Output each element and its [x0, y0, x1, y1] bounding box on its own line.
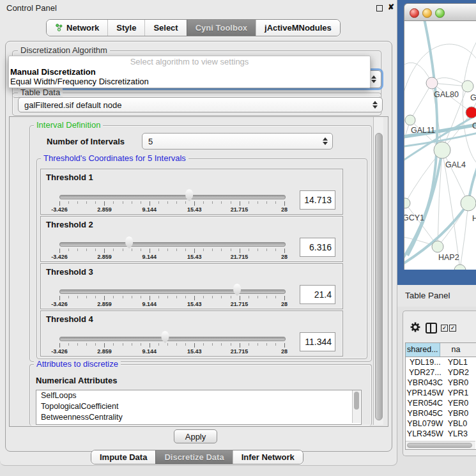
tab-network[interactable]: Network [47, 20, 107, 36]
cell-shared-name[interactable]: YBR045C [406, 408, 445, 418]
tab-jactivemnodules[interactable]: jActiveMNodules [256, 20, 340, 36]
group-title-table-data: Table Data [18, 88, 63, 97]
slider-tick-labels: -3.4262.8599.14415.4321.71528 [59, 254, 284, 260]
cell-name[interactable]: YDL1 [445, 357, 476, 367]
tick-label: 9.144 [142, 254, 157, 260]
attribute-list-item[interactable]: BetweennessCentrality [36, 412, 361, 423]
threshold-value-field[interactable]: 21.4 [300, 285, 335, 304]
slider-ticks [59, 249, 285, 253]
network-node-label: GAL4 [445, 160, 466, 169]
tab-infer-network[interactable]: Infer Network [233, 450, 303, 464]
slider-thumb[interactable] [233, 284, 242, 296]
network-node[interactable] [461, 196, 476, 211]
table-row[interactable]: YPR145WYPR1 [406, 388, 476, 398]
cell-shared-name[interactable]: YDR27... [406, 367, 445, 378]
close-icon[interactable]: ✘ [388, 3, 394, 12]
cell-shared-name[interactable]: YBR043C [406, 378, 445, 388]
close-traffic-light-icon[interactable] [410, 8, 419, 18]
attribute-list-item[interactable]: SelfLoops [36, 390, 361, 401]
gear-icon[interactable] [410, 322, 420, 332]
slider-tick-labels: -3.4262.8599.14415.4321.71528 [59, 348, 284, 355]
attribute-list-item[interactable]: TopologicalCoefficient [36, 401, 361, 412]
tick-label: 2.859 [97, 254, 112, 260]
network-node-label: HAP2 [438, 253, 459, 262]
tab-discretize-data[interactable]: Discretize Data [155, 450, 232, 464]
column-header-name[interactable]: na [440, 343, 476, 357]
algorithm-option[interactable]: Equal Width/Frequency Discretization [9, 77, 370, 86]
number-of-intervals-combo[interactable]: 5 [142, 133, 333, 150]
network-node[interactable] [462, 81, 473, 92]
tab-cyni-toolbox[interactable]: Cyni Toolbox [187, 20, 256, 36]
table-row[interactable]: YDL19...YDL1 [406, 357, 476, 367]
cell-shared-name[interactable]: YBL079W [406, 418, 445, 429]
cell-shared-name[interactable]: YDL19... [406, 357, 445, 367]
split-pane-icon[interactable] [426, 323, 437, 334]
tab-select[interactable]: Select [144, 20, 186, 36]
slider-tick-labels: -3.4262.8599.14415.4321.71528 [59, 301, 284, 307]
cell-shared-name[interactable]: YPR145W [406, 388, 445, 398]
network-canvas[interactable]: GAL80GACGAL11GAL4GCY1HHAP2 [404, 21, 476, 270]
table-row[interactable]: YBR043CYBR0 [406, 378, 476, 388]
algorithm-option[interactable]: Manual Discretization [9, 67, 370, 77]
cell-name[interactable]: YBR0 [445, 378, 476, 388]
tick-label: 15.43 [187, 254, 202, 260]
tab-label: Style [116, 23, 136, 33]
cell-shared-name[interactable]: YER054C [406, 398, 445, 408]
tick-label: 28 [281, 254, 288, 260]
cell-name[interactable]: YLR3 [445, 429, 476, 439]
network-node[interactable] [434, 142, 450, 158]
numerical-attributes-list[interactable]: SelfLoopsTopologicalCoefficientBetweenne… [36, 390, 362, 425]
tab-style[interactable]: Style [107, 20, 144, 36]
vertical-scrollbar[interactable] [373, 117, 383, 425]
cell-name[interactable]: YPR1 [445, 388, 476, 398]
list-scrollbar-thumb[interactable] [354, 392, 359, 410]
tab-impute-data[interactable]: Impute Data [91, 450, 155, 464]
network-node[interactable] [432, 241, 443, 252]
group-title-thresholds: Threshold's Coordinates for 5 Intervals [41, 153, 188, 163]
cell-name[interactable]: YDR2 [445, 367, 476, 378]
table-horizontal-scrollbar[interactable] [406, 441, 475, 449]
control-panel-window: Control Panel ✘ NetworkStyleSelectCyni T… [0, 0, 397, 466]
network-node[interactable] [426, 77, 438, 89]
tick-label: 28 [281, 348, 288, 355]
tick-label: 9.144 [142, 301, 157, 307]
minimize-traffic-light-icon[interactable] [422, 8, 432, 18]
cell-shared-name[interactable]: YLR345W [406, 429, 445, 439]
network-node[interactable] [466, 107, 476, 118]
network-node[interactable] [405, 115, 415, 125]
threshold-value-field[interactable]: 14.713 [300, 190, 335, 210]
cell-name[interactable]: YBR0 [445, 408, 476, 418]
table-row[interactable]: YBR045CYBR0 [406, 408, 476, 418]
threshold-value-field[interactable]: 11.344 [300, 332, 335, 351]
table-row[interactable]: YER054CYER0 [406, 398, 476, 408]
tick-label: -3.426 [51, 254, 68, 260]
cell-name[interactable]: YER0 [445, 398, 476, 408]
zoom-traffic-light-icon[interactable] [435, 8, 445, 18]
table-row[interactable]: YDR27...YDR2 [406, 367, 476, 378]
tick-label: 21.715 [231, 254, 249, 260]
column-header-shared-name[interactable]: shared... [406, 343, 440, 357]
scrollbar-thumb[interactable] [375, 133, 383, 420]
tick-label: -3.426 [51, 348, 68, 355]
float-window-icon[interactable] [376, 5, 383, 12]
cell-name[interactable]: YBL0 [445, 418, 476, 429]
apply-button[interactable]: Apply [174, 429, 217, 443]
table-row[interactable]: YLR345WYLR3 [406, 429, 476, 439]
network-node[interactable] [404, 198, 410, 208]
tick-label: 2.859 [97, 206, 112, 213]
list-scrollbar[interactable] [352, 390, 360, 423]
checkbox-icon[interactable]: ✓ [441, 325, 448, 332]
slider-thumb[interactable] [125, 236, 134, 249]
threshold-value-field[interactable]: 6.316 [300, 238, 335, 257]
table-scrollbar-thumb[interactable] [407, 443, 472, 448]
node-table: shared... na YDL19...YDL1YDR27...YDR2YBR… [405, 342, 476, 450]
network-node[interactable] [454, 265, 466, 270]
slider-thumb[interactable] [185, 189, 194, 201]
slider-thumb[interactable] [160, 331, 169, 343]
checkbox-icon[interactable]: ✓ [449, 325, 456, 332]
tick-label: 28 [281, 206, 288, 213]
group-title-attributes: Attributes to discretize [34, 359, 121, 369]
table-data-combo[interactable]: galFiltered.sif default node [18, 97, 383, 112]
table-row[interactable]: YBL079WYBL0 [406, 418, 476, 429]
tab-label: Discretize Data [164, 452, 224, 462]
